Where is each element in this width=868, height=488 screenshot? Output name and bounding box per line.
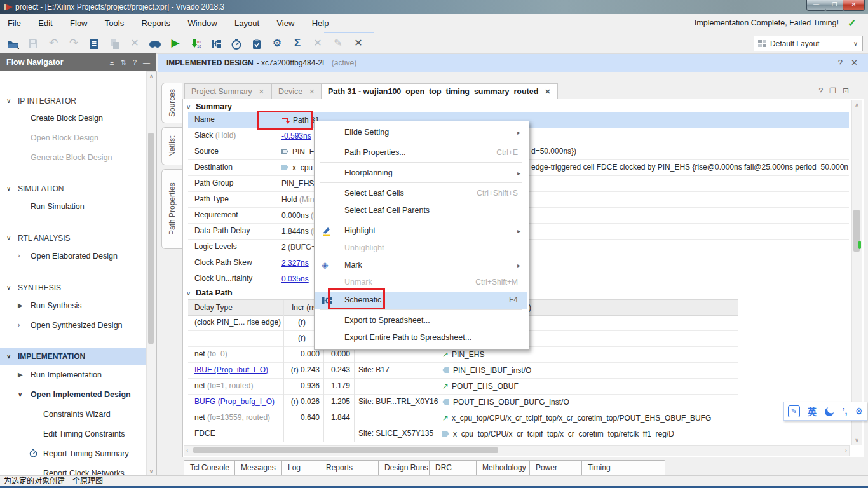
tab-device[interactable]: Device✕: [271, 83, 322, 100]
close-button[interactable]: ✕: [843, 0, 865, 11]
fn-create-block-design[interactable]: Create Block Design: [0, 111, 146, 125]
step-icon[interactable]: 0110: [188, 36, 203, 50]
chevron-down-icon[interactable]: ∨: [18, 388, 22, 402]
scroll-down-icon[interactable]: ∨: [147, 468, 156, 475]
fn-run-synthesis[interactable]: ▶ Run Synthesis: [0, 299, 146, 313]
menu-tools[interactable]: Tools: [97, 14, 132, 28]
content-horizontal-scrollbar[interactable]: ‹ ›: [184, 445, 850, 456]
delete-icon[interactable]: ✕: [127, 36, 142, 50]
tab-sources[interactable]: Sources: [161, 83, 182, 123]
ime-logo-icon[interactable]: ✎: [788, 405, 800, 417]
tab-timing[interactable]: Timing: [581, 460, 665, 476]
menu-edit[interactable]: Edit: [31, 14, 60, 28]
menu-item-elide-setting[interactable]: Elide Setting▸: [315, 124, 527, 141]
tab-netlist[interactable]: Netlist: [161, 127, 182, 165]
data-path-row[interactable]: FDCE Site: SLICE_X57Y135 x_cpu_top/CPU/x…: [188, 426, 738, 442]
ime-settings-gear-icon[interactable]: ⚙: [855, 406, 863, 416]
cancel-icon[interactable]: ✕: [310, 36, 325, 50]
minimize-panel-icon[interactable]: —: [143, 58, 150, 66]
scrollbar-thumb[interactable]: [148, 133, 154, 344]
cell-link[interactable]: BUFG (Prop_bufg_I_O): [194, 397, 275, 406]
help-icon[interactable]: ?: [838, 58, 843, 67]
menu-view[interactable]: View: [269, 14, 302, 28]
ime-language-toggle[interactable]: 英: [808, 405, 817, 417]
scroll-up-icon[interactable]: ∧: [147, 73, 156, 79]
help-icon[interactable]: ?: [133, 58, 137, 66]
menu-reports[interactable]: Reports: [134, 14, 179, 28]
tab-path-properties[interactable]: Path Properties: [161, 169, 182, 249]
fn-run-simulation[interactable]: Run Simulation: [0, 200, 146, 214]
menu-item-path-properties[interactable]: Path Properties...Ctrl+E: [315, 144, 527, 161]
close-tab-icon[interactable]: ✕: [309, 88, 315, 95]
menu-item-select-leaf-cell-parents[interactable]: Select Leaf Cell Parents: [315, 202, 527, 219]
collapse-section-icon[interactable]: ∨: [186, 104, 191, 111]
collapse-section-icon[interactable]: ∨: [186, 290, 191, 297]
data-path-row[interactable]: BUFG (Prop_bufg_I_O) (r) 0.026 1.205 Sit…: [188, 394, 738, 410]
report-icon[interactable]: [86, 36, 102, 50]
fn-open-synthesized-design[interactable]: › Open Synthesized Design: [0, 318, 146, 332]
data-path-row[interactable]: net (fo=1, routed) 0.936 1.179 ↗POUT_EHS…: [188, 378, 738, 395]
punctuation-toggle-icon[interactable]: ’,: [843, 406, 848, 416]
abort-icon[interactable]: ✕: [351, 36, 366, 50]
expand-all-icon[interactable]: ⇅: [121, 58, 126, 67]
help-icon[interactable]: ?: [818, 86, 829, 95]
chevron-right-icon[interactable]: ›: [18, 318, 20, 332]
checklist-icon[interactable]: [249, 36, 264, 50]
menu-item-mark[interactable]: ◈ Mark▸: [315, 257, 527, 274]
menu-window[interactable]: Window: [180, 14, 224, 28]
restore-button[interactable]: ❐: [825, 0, 844, 11]
fn-report-timing-summary[interactable]: Report Timing Summary: [0, 447, 146, 461]
menu-item-select-leaf-cells[interactable]: Select Leaf CellsCtrl+Shift+S: [315, 185, 527, 202]
find-icon[interactable]: [147, 36, 163, 50]
fn-open-elaborated-design[interactable]: › Open Elaborated Design: [0, 249, 146, 263]
maximize-panel-icon[interactable]: ⊡: [843, 86, 855, 95]
menu-item-highlight[interactable]: Highlight▸: [315, 222, 527, 240]
collapse-all-icon[interactable]: Ξ: [110, 58, 114, 66]
redo-icon[interactable]: ↷: [66, 36, 81, 50]
open-project-icon[interactable]: [5, 36, 20, 50]
chevron-right-icon[interactable]: ›: [18, 249, 20, 263]
section-ip-integrator[interactable]: ∨ IP INTEGRATOR: [0, 93, 146, 109]
schematic-icon[interactable]: [208, 36, 224, 50]
section-rtl-analysis[interactable]: ∨ RTL ANALYSIS: [0, 231, 146, 246]
section-synthesis[interactable]: ∨ SYNTHESIS: [0, 280, 146, 295]
menu-flow[interactable]: Flow: [62, 14, 95, 28]
flow-navigator-scrollbar[interactable]: ∧ ∨: [146, 71, 156, 477]
scroll-left-icon[interactable]: ‹: [186, 447, 188, 454]
tab-project-summary[interactable]: Project Summary✕: [184, 83, 271, 100]
data-path-row[interactable]: IBUF (Prop_ibuf_I_O) (r) 0.243 0.243 Sit…: [188, 362, 738, 379]
section-implementation[interactable]: ∨ IMPLEMENTATION: [0, 348, 146, 365]
fn-open-implemented-design[interactable]: ∨ Open Implemented Design: [0, 388, 146, 402]
minimize-button[interactable]: —: [806, 0, 826, 11]
menu-layout[interactable]: Layout: [227, 14, 267, 28]
menu-help[interactable]: Help: [304, 14, 337, 28]
menu-file[interactable]: File: [0, 14, 29, 28]
menu-item-export-entire-path[interactable]: Export Entire Path to Spreadsheet...: [315, 329, 527, 346]
fn-constraints-wizard[interactable]: Constraints Wizard: [0, 407, 146, 421]
close-tab-icon[interactable]: ✕: [259, 88, 264, 95]
close-panel-icon[interactable]: ✕: [851, 58, 858, 67]
menu-item-export-to-spreadsheet[interactable]: Export to Spreadsheet...: [315, 312, 527, 329]
cell-link[interactable]: IBUF (Prop_ibuf_I_O): [194, 365, 268, 374]
section-simulation[interactable]: ∨ SIMULATION: [0, 181, 146, 196]
settings-gear-icon[interactable]: ⚙: [269, 36, 285, 50]
sum-icon[interactable]: Σ: [290, 36, 305, 50]
uncertainty-value-link[interactable]: 0.035ns: [281, 271, 309, 287]
scroll-down-icon[interactable]: ∨: [852, 437, 862, 444]
undo-icon[interactable]: ↶: [46, 36, 61, 50]
float-panel-icon[interactable]: ❐: [829, 86, 843, 95]
brush-icon[interactable]: ✎: [330, 36, 346, 50]
fn-run-implementation[interactable]: ▶ Run Implementation: [0, 368, 146, 382]
menu-item-floorplanning[interactable]: Floorplanning▸: [315, 165, 527, 182]
content-vertical-scrollbar[interactable]: ∧ ∨: [851, 100, 862, 445]
tab-path-31[interactable]: Path 31 - wujian100_open_top_timing_summ…: [321, 83, 558, 100]
fn-edit-timing-constraints[interactable]: Edit Timing Constraints: [0, 427, 146, 441]
scrollbar-thumb[interactable]: [193, 447, 498, 453]
timer-icon[interactable]: [229, 36, 244, 50]
layout-selector[interactable]: Default Layout ∨: [754, 36, 863, 51]
scroll-right-icon[interactable]: ›: [845, 447, 847, 454]
slack-value-link[interactable]: -0.593ns: [281, 128, 311, 144]
data-path-row[interactable]: net (fo=13559, routed) 0.640 1.844 ↗x_cp…: [188, 410, 738, 426]
run-icon[interactable]: ▶: [168, 36, 183, 50]
skew-value-link[interactable]: 2.327ns: [281, 255, 309, 271]
